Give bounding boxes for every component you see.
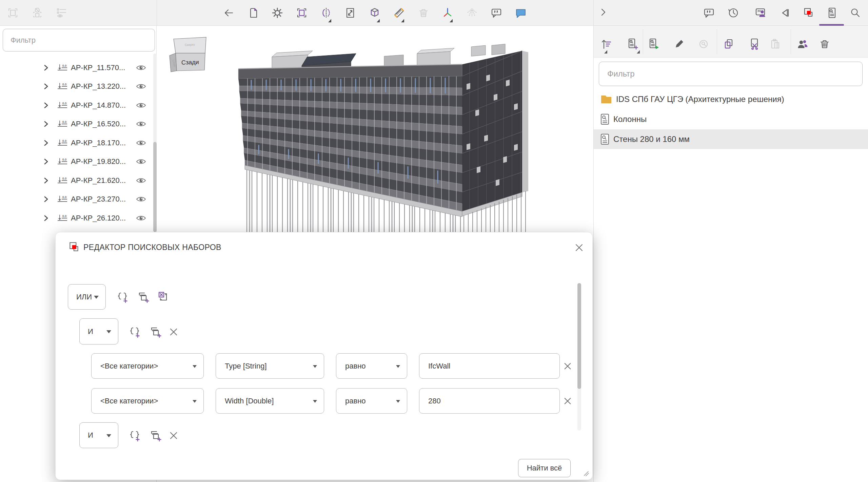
add-group-icon[interactable] (149, 325, 162, 339)
settings-gear-icon[interactable] (271, 6, 284, 20)
new-document-icon[interactable] (246, 6, 260, 20)
remove-condition-icon[interactable] (563, 396, 573, 406)
list-item-label[interactable]: Стены 280 и 160 мм (613, 134, 690, 144)
selection-frame-icon[interactable] (6, 6, 20, 20)
copy-icon[interactable] (722, 37, 736, 51)
list-item-label[interactable]: Колонны (613, 114, 647, 124)
root-operator-dropdown[interactable]: ИЛИ (68, 284, 106, 310)
axes-dropdown-marker[interactable] (450, 19, 453, 22)
tree-row[interactable]: 0.0 АР-КР_18.170... (0, 133, 153, 152)
condition-operator-dropdown[interactable]: равно (336, 353, 407, 379)
condition-value-input[interactable] (419, 388, 560, 414)
list-item-search-set[interactable]: Колонны (594, 109, 868, 129)
chevron-right-icon[interactable] (43, 139, 49, 147)
navigation-cube[interactable]: Сверху Слева Сзади (167, 35, 210, 73)
search-icon[interactable] (848, 6, 862, 20)
list-item-folder[interactable]: IDS СПб ГАУ ЦГЭ (Архитектурные решения) (594, 89, 868, 109)
eye-visible-icon[interactable] (136, 140, 146, 146)
eye-visible-icon[interactable] (136, 102, 146, 109)
tree-item-label[interactable]: АР-КР_21.620... (71, 176, 126, 185)
measure-ruler-icon[interactable] (392, 6, 406, 20)
condition-category-dropdown[interactable]: <Все категории> (91, 388, 204, 414)
find-in-set-icon[interactable] (697, 37, 710, 51)
section-plane-dropdown-marker[interactable] (328, 19, 331, 22)
tree-row[interactable]: 0.0 АР-КР_13.220... (0, 77, 153, 96)
chevron-right-icon[interactable] (43, 214, 49, 222)
measure-dropdown-marker[interactable] (401, 19, 404, 22)
history-clock-icon[interactable] (727, 6, 740, 20)
condition-operator-dropdown[interactable]: равно (336, 388, 407, 414)
eye-visible-icon[interactable] (136, 158, 146, 165)
eye-visible-icon[interactable] (136, 196, 146, 203)
comments-icon[interactable] (702, 6, 716, 20)
visibility-list-icon[interactable] (55, 6, 68, 20)
tree-item-label[interactable]: АР-КР_23.270... (71, 195, 126, 204)
tree-row[interactable]: 0.0 АР-КР_23.270... (0, 190, 153, 209)
section-plane-icon[interactable] (319, 6, 333, 20)
eye-visible-icon[interactable] (136, 64, 146, 71)
eye-visible-icon[interactable] (136, 177, 146, 184)
users-icon[interactable] (796, 37, 809, 51)
tree-item-label[interactable]: АР-КР_14.870... (71, 101, 126, 110)
add-condition-icon[interactable] (116, 290, 130, 304)
paste-icon[interactable] (769, 37, 782, 51)
condition-value-input[interactable] (419, 353, 560, 379)
group-operator-dropdown[interactable]: И (79, 422, 118, 448)
group-operator-dropdown[interactable]: И (79, 318, 118, 344)
run-search-set-icon[interactable] (647, 37, 660, 51)
left-scrollbar-thumb[interactable] (153, 142, 157, 232)
playback-left-icon[interactable] (778, 6, 792, 20)
eye-visible-icon[interactable] (136, 215, 146, 222)
chevron-right-icon[interactable] (43, 158, 49, 165)
add-group-icon[interactable] (149, 429, 162, 442)
add-condition-icon[interactable] (128, 429, 142, 442)
list-item-label[interactable]: IDS СПб ГАУ ЦГЭ (Архитектурные решения) (616, 95, 784, 104)
delete-search-set-icon[interactable] (818, 37, 831, 51)
tree-row[interactable]: 0.0 АР-КР_11.570... (0, 58, 153, 77)
add-condition-icon[interactable] (128, 325, 142, 339)
chevron-right-icon[interactable] (43, 83, 49, 90)
sort-order-icon[interactable] (600, 37, 613, 51)
collapse-groups-icon[interactable] (156, 290, 170, 304)
add-search-set-icon[interactable] (626, 37, 639, 51)
remove-condition-icon[interactable] (563, 361, 573, 371)
tree-item-label[interactable]: АР-КР_13.220... (71, 82, 126, 91)
hide-object-icon[interactable] (31, 6, 44, 20)
dialog-close-icon[interactable] (574, 242, 585, 253)
delete-trash-icon[interactable] (417, 6, 430, 20)
condition-category-dropdown[interactable]: <Все категории> (91, 353, 204, 379)
add-group-icon[interactable] (137, 290, 150, 304)
remove-group-icon[interactable] (168, 327, 179, 337)
chevron-right-icon[interactable] (43, 177, 49, 184)
search-sets-tab-icon[interactable] (825, 6, 839, 20)
eye-visible-icon[interactable] (136, 83, 146, 90)
comment-quote-icon[interactable] (490, 6, 503, 20)
left-filter-input[interactable] (3, 29, 155, 51)
condition-property-dropdown[interactable]: Type [String] (216, 353, 324, 379)
edit-pencil-icon[interactable] (672, 37, 686, 51)
selection-frame-tool-icon[interactable] (295, 6, 309, 20)
tree-item-label[interactable]: АР-КР_18.170... (71, 139, 126, 147)
chevron-right-icon[interactable] (43, 120, 49, 128)
cut-icon[interactable] (748, 37, 761, 51)
list-item-search-set-selected[interactable]: Стены 280 и 160 мм (594, 129, 868, 149)
add-dropdown-marker[interactable] (637, 50, 640, 54)
back-arrow-icon[interactable] (222, 6, 236, 20)
chevron-right-icon[interactable] (43, 195, 49, 203)
chevron-right-icon[interactable] (43, 64, 49, 71)
chevron-right-icon[interactable] (43, 102, 49, 109)
resize-handle[interactable] (584, 471, 589, 476)
find-all-button[interactable]: Найти всё (518, 459, 571, 477)
sort-dropdown-marker[interactable] (604, 50, 607, 54)
fit-view-icon[interactable] (343, 6, 357, 20)
user-comments-icon[interactable] (754, 6, 767, 20)
tree-item-label[interactable]: АР-КР_26.120... (71, 214, 126, 223)
tree-row[interactable]: 0.0 АР-КР_21.620... (0, 171, 153, 190)
dialog-scrollbar-thumb[interactable] (577, 283, 581, 389)
tree-item-label[interactable]: АР-КР_11.570... (71, 63, 125, 72)
chat-bubble-icon[interactable] (514, 6, 528, 20)
remove-group-icon[interactable] (168, 430, 179, 441)
tree-row[interactable]: 0.0 АР-КР_19.820... (0, 152, 153, 171)
tree-item-label[interactable]: АР-КР_16.520... (71, 120, 126, 128)
section-box-dropdown-marker[interactable] (377, 19, 380, 22)
